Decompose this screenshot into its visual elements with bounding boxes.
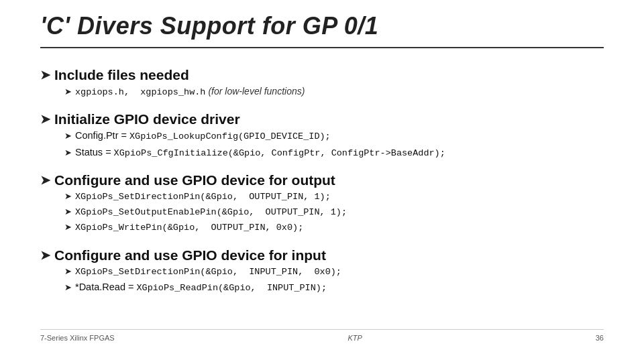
section-initialize-title: Initialize GPIO device driver (54, 111, 240, 127)
section-configure-output: ➤ Configure and use GPIO device for outp… (40, 166, 604, 235)
init-prefix-2: Status = (75, 145, 111, 160)
title-area: 'C' Divers Support for GP 0/1 (40, 0, 604, 48)
sub-arrow-icon: ➤ (64, 85, 72, 99)
section-initialize: ➤ Initialize GPIO device driver ➤ Config… (40, 105, 604, 160)
input-item-2: ➤ *Data.Read = XGpioPs_ReadPin(&Gpio, IN… (64, 280, 604, 295)
output-item-1: ➤ XGpioPs_SetDirectionPin(&Gpio, OUTPUT_… (64, 190, 604, 204)
include-comment: (for low-level functions) (208, 84, 305, 99)
arrow-icon: ➤ (40, 68, 50, 82)
slide-content: ➤ Include files needed ➤ xgpiops.h, xgpi… (40, 60, 604, 329)
section-include-header: ➤ Include files needed (40, 67, 604, 83)
output-item-3: ➤ XGpioPs_WritePin(&Gpio, OUTPUT_PIN, 0x… (64, 221, 604, 235)
initialize-item-1: ➤ Config.Ptr = XGpioPs_LookupConfig(GPIO… (64, 129, 604, 143)
sub-arrow-icon-6: ➤ (64, 221, 72, 234)
sub-arrow-icon-2: ➤ (64, 129, 72, 143)
sub-arrow-icon-4: ➤ (64, 190, 72, 203)
include-item-1: ➤ xgpiops.h, xgpiops_hw.h (for low-level… (64, 84, 604, 99)
sub-arrow-icon-3: ➤ (64, 146, 72, 160)
slide-title: 'C' Divers Support for GP 0/1 (40, 12, 378, 40)
section-include: ➤ Include files needed ➤ xgpiops.h, xgpi… (40, 60, 604, 99)
slide-footer: 7-Series Xilinx FPGAS KTP 36 (40, 329, 604, 342)
init-prefix-1: Config.Ptr = (75, 129, 127, 143)
input-item-1: ➤ XGpioPs_SetDirectionPin(&Gpio, INPUT_P… (64, 265, 604, 279)
input-code-1: XGpioPs_SetDirectionPin(&Gpio, INPUT_PIN… (75, 265, 341, 279)
section-initialize-header: ➤ Initialize GPIO device driver (40, 111, 604, 127)
section-output-header: ➤ Configure and use GPIO device for outp… (40, 172, 604, 188)
output-code-3: XGpioPs_WritePin(&Gpio, OUTPUT_PIN, 0x0)… (75, 221, 303, 235)
section-output-title: Configure and use GPIO device for output (54, 172, 335, 188)
input-code-2: XGpioPs_ReadPin(&Gpio, INPUT_PIN); (136, 282, 327, 295)
arrow-icon-2: ➤ (40, 112, 50, 127)
arrow-icon-3: ➤ (40, 173, 50, 188)
input-prefix-2: *Data.Read = (75, 280, 133, 295)
sub-arrow-icon-5: ➤ (64, 205, 72, 219)
section-input-header: ➤ Configure and use GPIO device for inpu… (40, 247, 604, 263)
output-item-2: ➤ XGpioPs_SetOutputEnablePin(&Gpio, OUTP… (64, 205, 604, 219)
init-code-2: XGpioPs_CfgInitialize(&Gpio, ConfigPtr, … (114, 147, 445, 160)
init-code-1: XGpioPs_LookupConfig(GPIO_DEVICE_ID); (129, 130, 331, 143)
output-code-1: XGpioPs_SetDirectionPin(&Gpio, OUTPUT_PI… (75, 190, 331, 204)
footer-center: KTP (348, 334, 362, 342)
footer-left: 7-Series Xilinx FPGAS (40, 334, 115, 342)
sub-arrow-icon-7: ➤ (64, 265, 72, 278)
sub-arrow-icon-8: ➤ (64, 281, 72, 294)
initialize-item-2: ➤ Status = XGpioPs_CfgInitialize(&Gpio, … (64, 145, 604, 160)
section-input-title: Configure and use GPIO device for input (54, 247, 326, 263)
section-configure-input: ➤ Configure and use GPIO device for inpu… (40, 241, 604, 296)
slide: 'C' Divers Support for GP 0/1 ➤ Include … (0, 0, 644, 362)
section-include-title: Include files needed (54, 67, 189, 83)
footer-right: 36 (596, 334, 604, 342)
include-code: xgpiops.h, xgpiops_hw.h (75, 86, 205, 99)
output-code-2: XGpioPs_SetOutputEnablePin(&Gpio, OUTPUT… (75, 206, 347, 219)
arrow-icon-4: ➤ (40, 248, 50, 263)
